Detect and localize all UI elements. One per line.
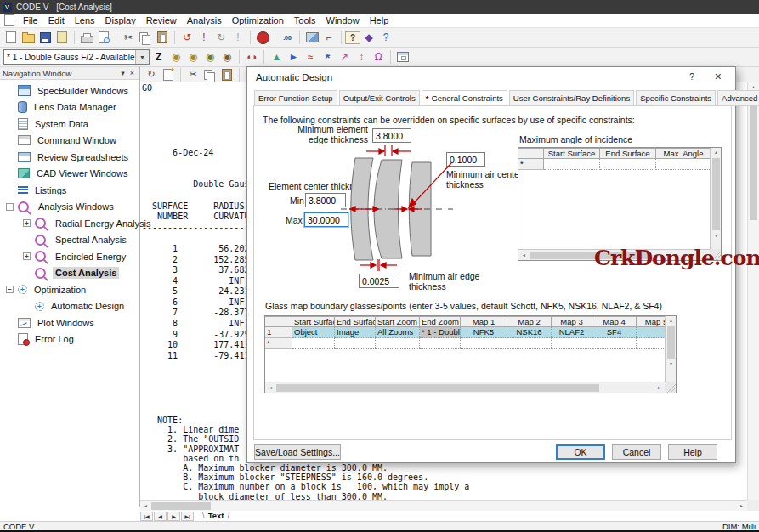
cell[interactable] <box>461 338 507 349</box>
exec-icon[interactable]: ! <box>195 30 212 45</box>
copy-icon[interactable] <box>201 68 218 81</box>
scrollbar-thumb[interactable] <box>750 93 757 220</box>
redo-icon[interactable]: ↻ <box>212 30 229 45</box>
menu-display[interactable]: Display <box>100 14 141 28</box>
aperture-icon[interactable]: ◉ <box>218 49 235 65</box>
cell[interactable]: Image <box>335 327 376 338</box>
cell[interactable] <box>637 327 665 338</box>
sidebar-item-automatic-design[interactable]: Automatic Design <box>0 298 139 315</box>
close-icon[interactable]: × <box>127 69 137 77</box>
expand-icon[interactable]: + <box>23 252 31 260</box>
tab-general-constraints[interactable]: *General Constraints <box>422 90 507 106</box>
row-header[interactable]: * <box>265 338 292 349</box>
update-icon[interactable] <box>160 68 177 81</box>
scroll-right-icon[interactable]: ► <box>736 501 747 511</box>
scroll-up-icon[interactable]: ▲ <box>666 316 677 325</box>
undo-icon[interactable]: ↺ <box>178 30 195 45</box>
text-horizontal-scrollbar[interactable]: ◄ ► <box>140 500 747 511</box>
sidebar-item-listings[interactable]: Listings <box>0 182 139 199</box>
psf-icon[interactable]: * <box>319 49 336 65</box>
first-sheet-icon[interactable]: |◀ <box>140 512 153 521</box>
scroll-left-icon[interactable]: ◄ <box>518 251 530 260</box>
field-curves-icon[interactable]: ↗ <box>336 49 353 65</box>
center-min-input[interactable] <box>305 193 346 207</box>
sidebar-item-lens-data-manager[interactable]: Lens Data Manager <box>0 99 139 116</box>
step-icon[interactable]: ! <box>229 30 246 45</box>
document-icon[interactable] <box>4 14 14 26</box>
wavefront-icon[interactable]: Ω <box>370 49 387 65</box>
print-icon[interactable] <box>78 30 95 45</box>
cell[interactable]: All Zooms <box>376 327 420 338</box>
print-preview-icon[interactable] <box>95 30 112 45</box>
field-scan-icon[interactable]: ◉ <box>167 49 184 65</box>
scroll-right-icon[interactable]: ► <box>654 383 665 393</box>
menu-analysis[interactable]: Analysis <box>182 14 227 28</box>
cell[interactable] <box>637 338 665 349</box>
menu-tools[interactable]: Tools <box>289 14 321 28</box>
help-icon[interactable]: ? <box>345 31 360 44</box>
row-header[interactable]: 1 <box>265 327 292 338</box>
next-sheet-icon[interactable]: ▶ <box>167 512 180 521</box>
tab-error-function-setup[interactable]: Error Function Setup <box>254 90 337 106</box>
sidebar-item-system-data[interactable]: System Data <box>0 116 139 133</box>
cell[interactable]: * 1 - Double <box>420 327 461 338</box>
table-horizontal-scrollbar[interactable]: ◄ ► <box>265 382 665 393</box>
paste-icon[interactable] <box>218 68 235 81</box>
text-lines[interactable]: GO 6-Dec-24 Double Gaus SURFACE RADIUS N… <box>142 83 249 361</box>
cell[interactable] <box>507 338 552 349</box>
window-layout-icon[interactable] <box>394 49 411 65</box>
dialog-help-icon[interactable]: ? <box>686 71 698 82</box>
paste-icon[interactable] <box>154 30 171 45</box>
prev-sheet-icon[interactable]: ◀ <box>154 512 167 521</box>
spot-diagram-icon[interactable]: ▲ <box>268 49 285 65</box>
distortion-icon[interactable]: ↕ <box>353 49 370 65</box>
scrollbar-thumb[interactable] <box>712 158 720 230</box>
mtf-icon[interactable]: ≈ <box>302 49 319 65</box>
dialog-title-bar[interactable]: Automatic Design <box>247 67 735 88</box>
new-icon[interactable] <box>3 30 20 45</box>
tab-advanced[interactable]: Advanced <box>717 90 759 106</box>
cell[interactable] <box>656 159 710 170</box>
scroll-left-icon[interactable]: ◄ <box>265 383 276 393</box>
menu-help[interactable]: Help <box>365 14 394 28</box>
zoom-scan-icon[interactable]: ◉ <box>184 49 201 65</box>
menu-lens[interactable]: Lens <box>70 14 100 28</box>
cell[interactable] <box>420 338 461 349</box>
menu-optimization[interactable]: Optimization <box>227 14 289 28</box>
collapse-icon[interactable]: − <box>6 286 14 293</box>
sidebar-item-encircled-energy[interactable]: +Encircled Energy <box>0 248 139 265</box>
cell[interactable] <box>600 159 656 170</box>
cell[interactable] <box>292 338 335 349</box>
sidebar-item-specbuilder-windows[interactable]: SpecBuilder Windows <box>0 82 139 99</box>
text-vertical-scrollbar[interactable]: ▲ <box>747 82 759 500</box>
expand-icon[interactable]: + <box>23 219 31 227</box>
cell[interactable]: SF4 <box>592 327 637 338</box>
vignetting-icon[interactable]: ◉ <box>201 49 218 65</box>
ok-button[interactable]: OK <box>556 444 605 460</box>
refresh-icon[interactable]: ↻ <box>143 68 160 81</box>
sidebar-item-review-spreadsheets[interactable]: Review Spreadsheets <box>0 149 139 166</box>
copy-icon[interactable] <box>137 30 154 45</box>
scrollbar-thumb[interactable] <box>151 502 211 510</box>
tab-specific-constraints[interactable]: Specific Constraints <box>636 90 716 106</box>
tab-output-exit-controls[interactable]: Output/Exit Controls <box>339 90 420 106</box>
scrollbar-thumb[interactable] <box>276 384 599 392</box>
menu-file[interactable]: File <box>18 14 43 28</box>
scrollbar-thumb[interactable] <box>667 326 675 359</box>
dialog-close-icon[interactable]: × <box>711 70 725 83</box>
save-load-settings-button[interactable]: Save/Load Settings... <box>254 444 341 460</box>
tab-text[interactable]: Text <box>197 511 235 521</box>
scroll-left-icon[interactable]: ◄ <box>140 501 151 511</box>
help-button[interactable]: Help <box>668 444 717 460</box>
sidebar-item-cad-viewer-windows[interactable]: CAD Viewer Windows <box>0 166 139 183</box>
zoom-button[interactable]: Z <box>156 51 161 63</box>
row-header[interactable]: * <box>518 159 544 170</box>
decimal-icon[interactable]: .00 <box>279 30 296 45</box>
cell[interactable]: NLAF2 <box>552 327 592 338</box>
scroll-down-icon[interactable]: ▼ <box>666 359 677 369</box>
sidebar-item-optimization[interactable]: −Optimization <box>0 281 139 298</box>
menu-review[interactable]: Review <box>141 14 182 28</box>
scroll-down-icon[interactable]: ▼ <box>711 231 722 241</box>
save-icon[interactable] <box>37 30 54 45</box>
zoom-position-select[interactable]: * 1 - Double Gauss F/2 - Available Gl ▼ <box>3 49 150 65</box>
